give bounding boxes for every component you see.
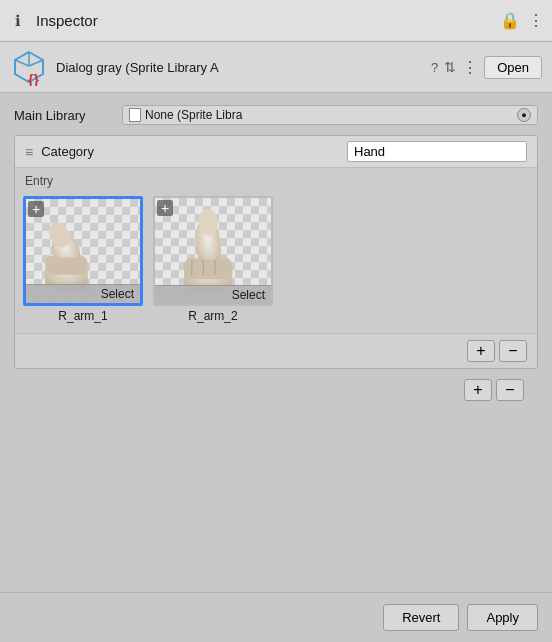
- sprite-card-2[interactable]: + Select: [153, 196, 273, 306]
- svg-line-3: [29, 60, 43, 66]
- component-title: Dialog gray (Sprite Library A: [56, 60, 423, 75]
- sprite-add-button-1[interactable]: +: [28, 201, 44, 217]
- main-library-row: Main Library None (Sprite Libra ●: [14, 105, 538, 125]
- main-library-label: Main Library: [14, 108, 114, 123]
- outer-remove-button[interactable]: −: [496, 379, 524, 401]
- table-inner-controls: + −: [15, 333, 537, 368]
- component-icon: {}: [10, 48, 48, 86]
- main-content: Main Library None (Sprite Libra ● ≡ Cate…: [0, 93, 552, 419]
- select-button-2[interactable]: Select: [155, 285, 271, 304]
- component-header-actions: ? ⇅ ⋮ Open: [431, 56, 542, 79]
- doc-icon: [129, 108, 141, 122]
- sprite-name-1: R_arm_1: [58, 309, 107, 323]
- main-library-value-text: None (Sprite Libra: [145, 108, 242, 122]
- component-header: {} Dialog gray (Sprite Library A ? ⇅ ⋮ O…: [0, 42, 552, 93]
- category-input[interactable]: [347, 141, 527, 162]
- category-row: ≡ Category: [15, 136, 537, 168]
- info-icon: ℹ: [8, 11, 28, 31]
- sprite-card-1[interactable]: + Select: [23, 196, 143, 306]
- category-label: Category: [41, 144, 94, 159]
- main-library-field[interactable]: None (Sprite Libra ●: [122, 105, 538, 125]
- list-item: + Select R_arm_2: [153, 196, 273, 323]
- entry-section: Entry: [15, 168, 537, 333]
- more-icon-header[interactable]: ⋮: [462, 58, 478, 77]
- drag-icon: ≡: [25, 144, 33, 160]
- svg-line-2: [15, 60, 29, 66]
- entry-label: Entry: [23, 174, 529, 188]
- sprite-grid: + Select R_arm_1: [23, 196, 529, 327]
- list-item: + Select R_arm_1: [23, 196, 143, 323]
- select-button-1[interactable]: Select: [26, 284, 140, 303]
- title-bar-text: Inspector: [36, 12, 500, 29]
- svg-text:{}: {}: [28, 72, 39, 86]
- outer-controls: + −: [14, 373, 538, 407]
- sprite-add-button-2[interactable]: +: [157, 200, 173, 216]
- category-table: ≡ Category Entry: [14, 135, 538, 369]
- outer-add-button[interactable]: +: [464, 379, 492, 401]
- lock-icon[interactable]: 🔒: [500, 11, 520, 30]
- revert-button[interactable]: Revert: [383, 604, 459, 631]
- svg-rect-8: [47, 258, 87, 275]
- help-icon[interactable]: ?: [431, 60, 438, 75]
- footer-bar: Revert Apply: [0, 592, 552, 642]
- title-bar: ℹ Inspector 🔒 ⋮: [0, 0, 552, 42]
- circle-target-button[interactable]: ●: [517, 108, 531, 122]
- more-icon[interactable]: ⋮: [528, 11, 544, 30]
- apply-button[interactable]: Apply: [467, 604, 538, 631]
- settings-icon[interactable]: ⇅: [444, 59, 456, 75]
- open-button[interactable]: Open: [484, 56, 542, 79]
- sprite-name-2: R_arm_2: [188, 309, 237, 323]
- table-add-button[interactable]: +: [467, 340, 495, 362]
- table-remove-button[interactable]: −: [499, 340, 527, 362]
